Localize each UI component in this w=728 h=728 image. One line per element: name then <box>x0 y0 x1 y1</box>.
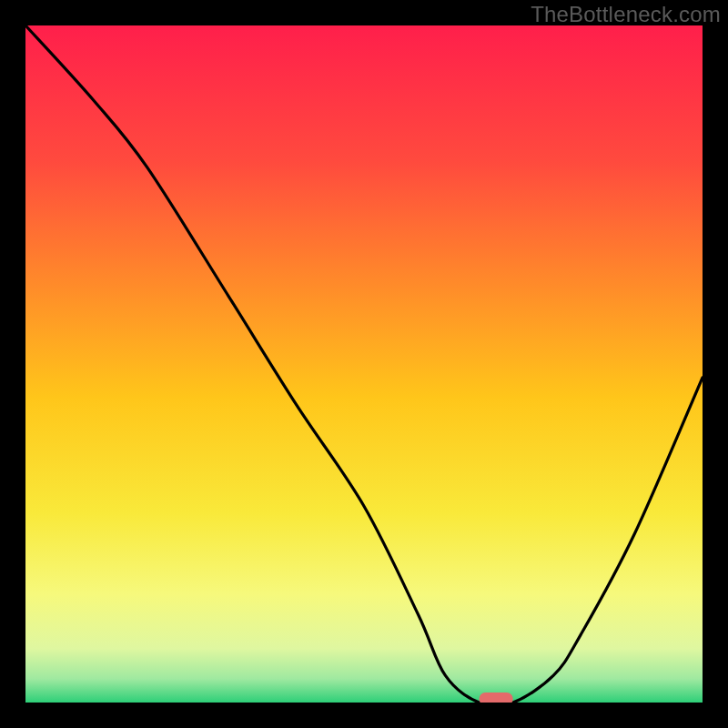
plot-area <box>25 25 703 703</box>
watermark-label: TheBottleneck.com <box>531 2 721 27</box>
sweet-spot-marker <box>480 693 513 703</box>
chart-svg <box>25 25 703 703</box>
chart-container: TheBottleneck.com <box>0 0 728 728</box>
